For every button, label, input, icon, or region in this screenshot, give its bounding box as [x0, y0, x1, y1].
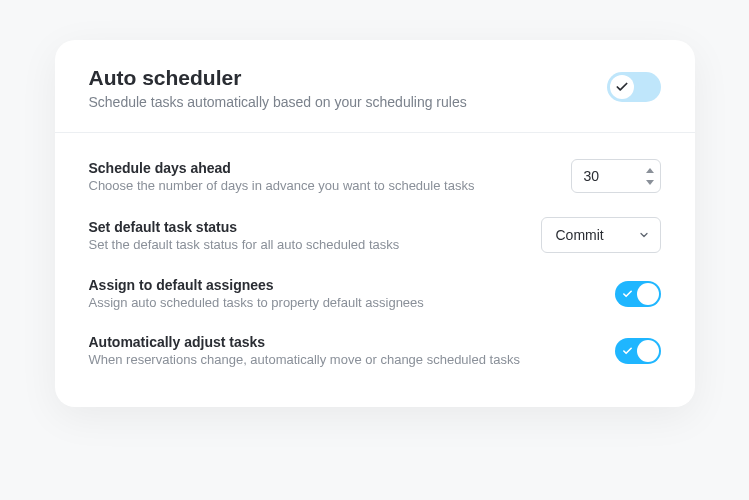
assign-default-toggle[interactable] [615, 281, 661, 307]
label-block: Schedule days ahead Choose the number of… [89, 160, 555, 193]
setting-desc: Set the default task status for all auto… [89, 237, 525, 252]
label-block: Set default task status Set the default … [89, 219, 525, 252]
select-value: Commit [556, 227, 604, 243]
check-icon [622, 345, 633, 356]
check-icon [622, 288, 633, 299]
toggle-knob [637, 283, 659, 305]
chevron-down-icon [638, 229, 650, 241]
stepper-up-button[interactable] [643, 165, 657, 175]
toggle-knob [610, 75, 634, 99]
row-default-task-status: Set default task status Set the default … [89, 199, 661, 259]
setting-label: Set default task status [89, 219, 525, 235]
check-icon [615, 80, 629, 94]
row-assign-default-assignees: Assign to default assignees Assign auto … [89, 259, 661, 316]
stepper-group [643, 161, 657, 191]
row-auto-adjust-tasks: Automatically adjust tasks When reservat… [89, 316, 661, 373]
setting-label: Automatically adjust tasks [89, 334, 599, 350]
auto-scheduler-card: Auto scheduler Schedule tasks automatica… [55, 40, 695, 407]
header-title: Auto scheduler [89, 66, 607, 90]
setting-desc: When reservations change, automatically … [89, 352, 599, 367]
setting-desc: Assign auto scheduled tasks to property … [89, 295, 599, 310]
default-status-select[interactable]: Commit [541, 217, 661, 253]
header-title-block: Auto scheduler Schedule tasks automatica… [89, 66, 607, 110]
stepper-down-button[interactable] [643, 177, 657, 187]
label-block: Assign to default assignees Assign auto … [89, 277, 599, 310]
days-ahead-input-wrap [571, 159, 661, 193]
card-header: Auto scheduler Schedule tasks automatica… [55, 40, 695, 133]
label-block: Automatically adjust tasks When reservat… [89, 334, 599, 367]
auto-scheduler-toggle[interactable] [607, 72, 661, 102]
setting-desc: Choose the number of days in advance you… [89, 178, 555, 193]
setting-label: Assign to default assignees [89, 277, 599, 293]
auto-adjust-toggle[interactable] [615, 338, 661, 364]
settings-list: Schedule days ahead Choose the number of… [55, 133, 695, 407]
setting-label: Schedule days ahead [89, 160, 555, 176]
toggle-knob [637, 340, 659, 362]
header-subtitle: Schedule tasks automatically based on yo… [89, 94, 607, 110]
row-schedule-days-ahead: Schedule days ahead Choose the number of… [89, 141, 661, 199]
